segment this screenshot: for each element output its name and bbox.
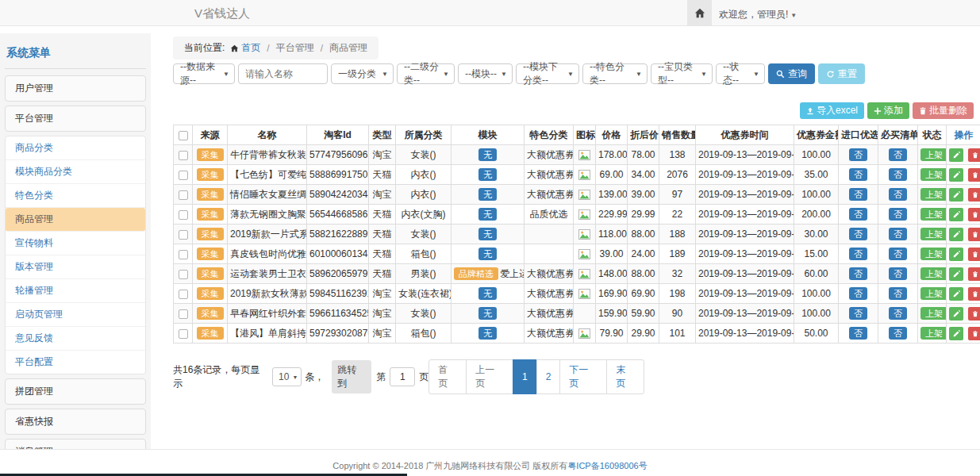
filter-category1-select[interactable]: 一级分类▼ [331,63,394,84]
status-toggle[interactable]: 上架 [920,168,947,181]
must-buy-toggle[interactable]: 否 [889,287,907,300]
import-select-toggle[interactable]: 否 [849,148,867,161]
reset-button[interactable]: 重置 [818,63,865,84]
delete-button[interactable] [968,228,980,241]
filter-module-sub-select[interactable]: --模块下分类--▼ [516,63,579,84]
edit-button[interactable] [949,267,963,281]
must-buy-toggle[interactable]: 否 [889,248,907,260]
must-buy-toggle[interactable]: 否 [889,267,907,280]
sidebar-subitem[interactable]: 平台配置 [6,351,145,374]
search-button[interactable]: 查询 [768,63,815,84]
import-select-toggle[interactable]: 否 [849,327,867,340]
import-select-toggle[interactable]: 否 [849,188,867,201]
sidebar-subitem[interactable]: 版本管理 [6,255,145,279]
filter-source-select[interactable]: --数据来源--▼ [173,63,235,84]
edit-button[interactable] [949,307,963,321]
batch-delete-button[interactable]: 批量删除 [913,102,974,119]
name-search-input[interactable] [238,63,328,84]
status-toggle[interactable]: 上架 [920,248,947,260]
sidebar-subitem[interactable]: 意见反馈 [6,327,145,351]
edit-button[interactable] [949,208,963,221]
edit-button[interactable] [949,248,963,261]
delete-button[interactable] [968,148,980,162]
page-number-input[interactable] [390,367,415,386]
must-buy-toggle[interactable]: 否 [889,307,907,320]
row-checkbox[interactable] [179,290,188,299]
must-buy-toggle[interactable]: 否 [889,228,907,240]
status-toggle[interactable]: 上架 [920,327,947,340]
row-checkbox[interactable] [179,309,188,319]
delete-button[interactable] [968,307,980,321]
import-select-toggle[interactable]: 否 [849,168,867,181]
sidebar-subitem-active[interactable]: 商品管理 [6,208,145,232]
status-toggle[interactable]: 上架 [920,228,947,240]
row-checkbox[interactable] [179,210,188,220]
edit-button[interactable] [949,287,963,301]
must-buy-toggle[interactable]: 否 [889,327,907,340]
prev-page-button[interactable]: 上一页 [466,359,513,394]
sidebar-subitem[interactable]: 特色分类 [6,184,145,208]
sidebar-item-group-buy[interactable]: 拼团管理 [5,378,146,405]
sidebar-subitem[interactable]: 宣传物料 [6,232,145,255]
status-toggle[interactable]: 上架 [920,188,947,201]
next-page-button[interactable]: 下一页 [559,359,607,394]
filter-item-type-select[interactable]: --宝贝类型--▼ [651,63,713,84]
status-toggle[interactable]: 上架 [920,287,947,300]
select-all-checkbox[interactable] [179,131,188,140]
status-toggle[interactable]: 上架 [920,307,947,320]
delete-button[interactable] [968,248,980,261]
sidebar-item-platform-mgmt[interactable]: 平台管理 [5,106,146,132]
user-menu[interactable]: 欢迎您，管理员!▼ [719,8,797,21]
sidebar-item-news[interactable]: 省惠快报 [5,409,146,435]
breadcrumb-home-link[interactable]: 首页 [241,41,260,55]
must-buy-toggle[interactable]: 否 [889,148,907,161]
import-select-toggle[interactable]: 否 [849,248,867,260]
edit-button[interactable] [949,148,963,162]
import-select-toggle[interactable]: 否 [849,267,867,280]
import-select-toggle[interactable]: 否 [849,208,867,221]
row-checkbox[interactable] [179,270,188,279]
row-checkbox[interactable] [179,190,188,200]
edit-button[interactable] [949,168,963,182]
row-checkbox[interactable] [179,151,188,160]
first-page-button[interactable]: 首页 [429,359,467,394]
filter-special-select[interactable]: --特色分类--▼ [582,63,648,84]
filter-status-select[interactable]: --状态--▼ [716,63,765,84]
breadcrumb-item[interactable]: 平台管理 [276,41,314,55]
delete-button[interactable] [968,188,980,202]
delete-button[interactable] [968,287,980,301]
page-size-select[interactable]: 10▼ [272,367,302,386]
import-select-toggle[interactable]: 否 [849,228,867,240]
must-buy-toggle[interactable]: 否 [889,208,907,221]
import-excel-button[interactable]: 导入excel [800,102,864,119]
status-toggle[interactable]: 上架 [920,267,947,280]
status-toggle[interactable]: 上架 [920,208,947,221]
sidebar-subitem[interactable]: 轮播管理 [6,279,145,303]
delete-button[interactable] [968,208,980,221]
must-buy-toggle[interactable]: 否 [889,168,907,181]
home-button[interactable] [687,0,712,25]
delete-button[interactable] [968,327,980,340]
page-button-2[interactable]: 2 [536,359,561,394]
jump-button[interactable]: 跳转到 [332,360,371,393]
sidebar-subitem[interactable]: 模块商品分类 [6,160,145,184]
edit-button[interactable] [949,327,963,340]
sidebar-subitem[interactable]: 商品分类 [6,136,145,160]
page-button-1[interactable]: 1 [513,359,537,394]
import-select-toggle[interactable]: 否 [849,307,867,320]
sidebar-item-user-mgmt[interactable]: 用户管理 [5,75,146,102]
delete-button[interactable] [968,168,980,182]
edit-button[interactable] [949,228,963,241]
delete-button[interactable] [968,267,980,281]
row-checkbox[interactable] [179,171,188,180]
edit-button[interactable] [949,188,963,202]
last-page-button[interactable]: 末页 [606,359,644,394]
add-button[interactable]: 添加 [867,102,909,119]
row-checkbox[interactable] [179,250,188,259]
row-checkbox[interactable] [179,230,188,240]
filter-category2-select[interactable]: --二级分类--▼ [397,63,455,84]
status-toggle[interactable]: 上架 [920,148,947,161]
must-buy-toggle[interactable]: 否 [889,188,907,201]
sidebar-subitem[interactable]: 启动页管理 [6,303,145,327]
icp-link[interactable]: 粤ICP备16098006号 [567,461,647,470]
